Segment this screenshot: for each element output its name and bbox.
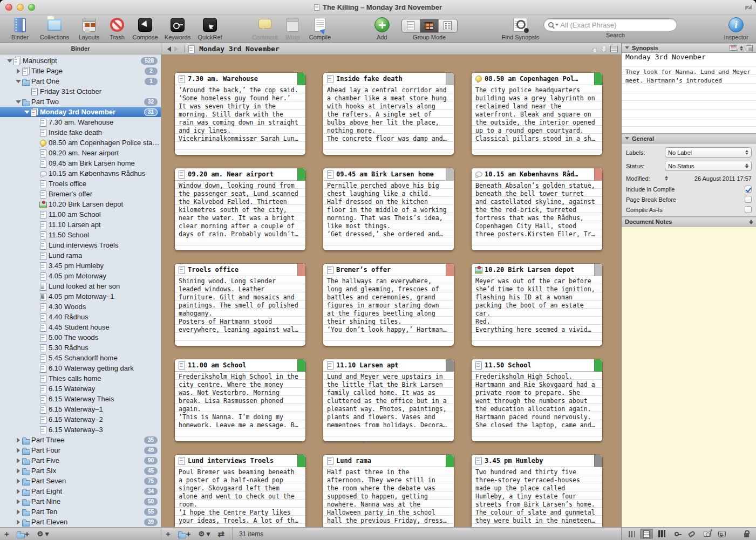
binder-button[interactable]: Binder [4, 16, 36, 40]
add-document-button[interactable]: + [4, 529, 9, 538]
index-card[interactable]: 11.50 SchoolFrederiksholm High School. H… [472, 359, 602, 441]
index-card[interactable]: 3.45 pm HumlebyTwo hundred and thirty fi… [472, 455, 602, 527]
index-card[interactable]: 10.20 Birk Larsen depotMeyer was out of … [472, 264, 602, 346]
index-card[interactable]: Troels officeShining wood. Long slender … [175, 264, 305, 346]
page-break-before-checkbox[interactable] [745, 196, 752, 203]
index-card[interactable]: 7.30 am. Warehouse‘Around the back,’ the… [175, 73, 305, 155]
next-document-icon[interactable] [601, 45, 607, 52]
group-mode-corkboard-button[interactable] [420, 19, 439, 32]
modified-stepper[interactable] [665, 174, 668, 182]
binder-item[interactable]: Part One1 [0, 76, 161, 86]
general-header[interactable]: General [622, 134, 756, 143]
quickref-button[interactable]: QuickRef [194, 16, 226, 40]
disclosure-triangle-icon[interactable] [15, 478, 21, 484]
binder-item[interactable]: 6.15 Waterway Theis [0, 394, 161, 404]
disclosure-triangle-icon[interactable] [24, 109, 30, 115]
group-mode-outliner-button[interactable] [439, 19, 457, 32]
comments-pane-button[interactable]: n. [716, 529, 728, 539]
index-card[interactable]: Inside fake deathAhead lay a central cor… [323, 73, 454, 155]
synopsis-image-toggle-icon[interactable] [746, 45, 753, 51]
add-folder-button[interactable]: + [17, 529, 30, 538]
disclosure-triangle-icon[interactable] [625, 137, 629, 142]
binder-item[interactable]: Inside fake death [0, 127, 161, 138]
binder-gear-button[interactable]: ⚙ ▾ [37, 530, 49, 538]
labels-select[interactable]: No Label [665, 147, 752, 158]
disclosure-triangle-icon[interactable] [15, 437, 21, 443]
synopsis-text[interactable]: They look for Nanna. Lund and Meyer meet… [622, 66, 756, 133]
status-select[interactable]: No Status [665, 161, 752, 171]
index-card[interactable]: 10.15 am Københavns Råd…Beneath Absalon’… [472, 168, 602, 250]
binder-item[interactable]: 5.45 Schandorff home [0, 353, 161, 363]
disclosure-triangle-icon[interactable] [15, 488, 21, 494]
binder-item[interactable]: Part Eleven39 [0, 517, 161, 527]
binder-item[interactable]: Part Nine50 [0, 496, 161, 507]
binder-item[interactable]: Thies calls home [0, 373, 161, 384]
lock-icon[interactable] [740, 529, 753, 539]
binder-item[interactable]: Part Three35 [0, 435, 161, 445]
notes-stepper-icon[interactable] [750, 218, 753, 226]
binder-item[interactable]: Friday 31st October [0, 86, 161, 97]
synopsis-header[interactable]: Synopsis [622, 43, 756, 53]
index-card[interactable]: 09.20 am. Near airportWindow down, looki… [175, 168, 305, 250]
binder-item[interactable]: Lund rama [0, 250, 161, 261]
binder-item[interactable]: 4.30 Woods [0, 302, 161, 312]
binder-item[interactable]: Part SIx45 [0, 466, 161, 476]
comment-button[interactable]: Comment [249, 16, 281, 40]
disclosure-triangle-icon[interactable] [15, 509, 21, 515]
index-card[interactable]: Lund interviews TroelsPoul Bremer was be… [175, 455, 305, 527]
binder-item[interactable]: 7.30 am. Warehouse [0, 117, 161, 127]
disclosure-triangle-icon[interactable] [15, 468, 21, 474]
binder-item[interactable]: 11.00 am School [0, 209, 161, 220]
index-card[interactable]: 09.45 am Birk Larsen homePernille perche… [323, 168, 454, 250]
split-view-icon[interactable] [610, 46, 618, 52]
synopsis-title[interactable]: Monday 3rd November [622, 53, 756, 66]
index-card[interactable]: Lund ramaHalf past three in the afternoo… [323, 455, 454, 527]
disclosure-triangle-icon[interactable] [6, 58, 12, 64]
corkboard-gear-button[interactable]: ⚙ ▾ [199, 530, 210, 538]
binder-item[interactable]: Bremer's offer [0, 189, 161, 199]
search-input[interactable]: All (Exact Phrase) [543, 18, 677, 31]
binder-item[interactable]: Part Ten55 [0, 507, 161, 517]
binder-item[interactable]: 5.30 Rådhus [0, 343, 161, 353]
title-bar[interactable]: The Killing – Monday 3rd November [0, 0, 756, 15]
search-scope-chevron-icon[interactable] [555, 24, 559, 28]
disclosure-triangle-icon[interactable] [625, 46, 629, 51]
synopsis-card[interactable]: Monday 3rd November They look for Nanna.… [622, 53, 756, 134]
back-arrow-icon[interactable] [165, 46, 171, 52]
minimize-button[interactable] [17, 4, 24, 11]
document-notes-header[interactable]: Document Notes [622, 217, 756, 227]
binder-item[interactable]: 6.15 Waterway–2 [0, 414, 161, 425]
metadata-pane-button[interactable] [685, 529, 698, 539]
fullscreen-icon[interactable] [745, 5, 752, 10]
binder-item[interactable]: 3.45 pm Humleby [0, 261, 161, 271]
binder-item[interactable]: Part Four49 [0, 445, 161, 455]
disclosure-triangle-icon[interactable] [15, 68, 21, 74]
binder-item[interactable]: Lund looked at her son [0, 281, 161, 291]
include-in-compile-checkbox[interactable] [745, 186, 752, 193]
disclosure-triangle-icon[interactable] [15, 99, 21, 105]
binder-item[interactable]: Part Five90 [0, 455, 161, 466]
disclosure-triangle-icon[interactable] [15, 519, 21, 525]
binder-item[interactable]: Part Two32 [0, 97, 161, 107]
compile-as-is-checkbox[interactable] [745, 206, 752, 213]
index-card-icon[interactable] [730, 45, 737, 51]
keywords-pane-button[interactable] [670, 529, 683, 539]
disclosure-triangle-icon[interactable] [15, 78, 21, 84]
binder-item[interactable]: 4.45 Student house [0, 322, 161, 332]
columns-pane-button[interactable] [625, 529, 638, 539]
binder-item[interactable]: Lund interviews Troels [0, 240, 161, 250]
binder-item[interactable]: Manuscript528 [0, 56, 161, 66]
notes-pane-button[interactable] [640, 529, 653, 539]
index-card[interactable]: 11.10 Larsen aptLund and Meyer were upst… [323, 359, 454, 441]
disclosure-triangle-icon[interactable] [15, 498, 21, 504]
add-folder-button[interactable]: + [178, 529, 191, 538]
binder-item[interactable]: Part Eight34 [0, 486, 161, 496]
synopsis-stepper[interactable] [740, 44, 743, 52]
references-pane-button[interactable] [655, 529, 668, 539]
binder-item[interactable]: 10.15 am Københavns Rådhus [0, 168, 161, 179]
layouts-button[interactable]: Layouts [73, 16, 105, 40]
add-button[interactable]: Add [369, 16, 395, 40]
binder-item[interactable]: 11.50 School [0, 230, 161, 240]
binder-item[interactable]: 09.20 am. Near airport [0, 148, 161, 158]
group-mode-document-button[interactable] [402, 19, 420, 32]
